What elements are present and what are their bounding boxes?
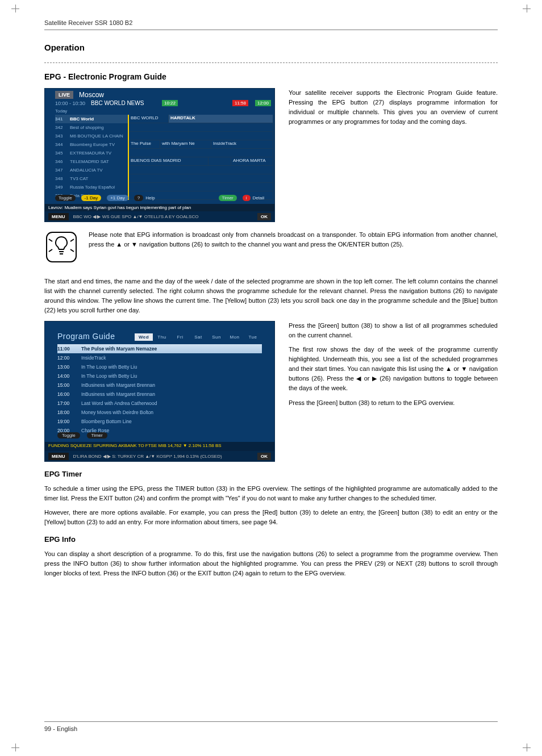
day-tab[interactable]: Sun <box>207 333 226 341</box>
list-item[interactable]: 14:00In The Loop with Betty Liu <box>57 371 262 381</box>
schedule-cell[interactable] <box>209 157 231 166</box>
schedule-cell[interactable]: HARDTALK <box>169 115 273 123</box>
list-time: 18:00 <box>57 410 81 415</box>
menu-chip[interactable]: MENU <box>48 453 69 460</box>
schedule-cell[interactable]: The Pulse <box>129 140 160 149</box>
body-paragraph: The first row shows the day of the week … <box>289 345 498 393</box>
list-time: 12:00 <box>57 355 81 361</box>
channel-row[interactable]: 343M6 BOUTIQUE LA CHAIN <box>55 132 128 140</box>
heading-epg: EPG - Electronic Program Guide <box>44 72 498 81</box>
channel-row[interactable]: 342Best of shopping <box>55 123 128 132</box>
schedule-cell[interactable] <box>129 174 273 183</box>
program-guide-title: Program Guide <box>57 332 115 341</box>
ch-number: 343 <box>55 133 70 139</box>
day-tab[interactable]: Wed <box>135 333 153 341</box>
schedule-cell[interactable] <box>129 166 273 174</box>
remote-help-bar: MENU BBC WO ◀/▶ WS GUE SPO ▲/▼ OTELLI'S … <box>45 211 274 222</box>
list-item[interactable]: 18:00Money Moves with Deirdre Bolton <box>57 408 262 417</box>
schedule-cell[interactable]: BBC WORLD <box>129 115 169 123</box>
list-time: 14:00 <box>57 373 81 379</box>
intro-paragraph: Your satellite receiver supports the Ele… <box>289 88 498 127</box>
crop-mark <box>11 744 19 751</box>
list-time: 11:00 <box>57 346 81 352</box>
menu-chip[interactable]: MENU <box>48 213 69 220</box>
footbar-text: D'LIRA BOND ◀/▶ S: TURKEY CR ▲/▼ KOSPI* … <box>73 454 222 459</box>
channel-row[interactable]: 346TELEMADRID SAT <box>55 157 128 166</box>
channel-row[interactable]: 348TV3 CAT <box>55 174 128 183</box>
list-name: In The Loop with Betty Liu <box>81 373 137 379</box>
channel-row[interactable]: 345EXTREMADURA TV <box>55 149 128 157</box>
help-chip[interactable]: ?Help <box>134 195 155 201</box>
page-footer: 99 - English <box>44 721 498 732</box>
time-range: 10:00 - 10:30 <box>55 101 85 106</box>
ok-chip[interactable]: OK <box>257 213 271 220</box>
toggle-chip[interactable]: Toggle <box>57 432 80 438</box>
list-item[interactable]: 13:00In The Loop with Betty Liu <box>57 362 262 371</box>
ch-name: TELEMADRID SAT <box>70 159 109 164</box>
ch-name: Best of shopping <box>70 125 104 130</box>
schedule-cell[interactable] <box>129 149 273 157</box>
channel-title: Moscow <box>79 91 104 99</box>
schedule-cell[interactable]: BUENOS DIAS MADRID <box>129 157 209 166</box>
end-time-pill: 12:00 <box>255 100 271 106</box>
schedule-cell[interactable] <box>129 132 273 140</box>
schedule-cell[interactable] <box>129 183 273 191</box>
crop-mark <box>523 744 531 751</box>
svg-line-6 <box>70 249 74 252</box>
list-item[interactable]: 12:00InsideTrack <box>57 353 262 362</box>
programme-list[interactable]: 11:00The Pulse with Maryam Nemazee 12:00… <box>45 344 274 435</box>
channel-list[interactable]: 341BBC World 342Best of shopping 343M6 B… <box>55 115 128 200</box>
list-name: In The Loop with Betty Liu <box>81 364 137 370</box>
note-paragraph: Please note that EPG information is broa… <box>89 230 498 249</box>
day-tab[interactable]: Mon <box>226 333 244 341</box>
channel-row[interactable]: 344Bloomberg Europe TV <box>55 140 128 149</box>
day-tab[interactable]: Sat <box>189 333 207 341</box>
ch-name: TV3 CAT <box>70 176 88 181</box>
heading-operation: Operation <box>44 43 498 52</box>
list-name: Last Word with Andrea Catherwood <box>81 400 157 406</box>
day-tabs[interactable]: Wed Thu Fri Sat Sun Mon Tue <box>135 333 262 341</box>
list-item[interactable]: 16:00InBusiness with Margaret Brennan <box>57 390 262 399</box>
ch-number: 342 <box>55 125 70 130</box>
today-label: Today <box>45 108 274 115</box>
body-paragraph: To schedule a timer using the EPG, press… <box>44 484 498 503</box>
day-tab[interactable]: Tue <box>244 333 262 341</box>
plus-day-chip[interactable]: +1 Day <box>107 195 128 201</box>
schedule-cell[interactable] <box>129 123 273 132</box>
chip-label: Help <box>145 195 155 201</box>
schedule-cell[interactable]: AHORA MARTA <box>231 157 273 166</box>
channel-row[interactable]: 349Russia Today Español <box>55 183 128 191</box>
schedule-cell[interactable]: InsideTrack <box>211 140 273 149</box>
program-guide-window: Program Guide Wed Thu Fri Sat Sun Mon Tu… <box>44 321 275 462</box>
list-time: 13:00 <box>57 364 81 370</box>
list-time: 16:00 <box>57 391 81 397</box>
ok-chip[interactable]: OK <box>257 453 271 460</box>
list-item[interactable]: 17:00Last Word with Andrea Catherwood <box>57 399 262 408</box>
list-time: 15:00 <box>57 382 81 388</box>
timer-chip[interactable]: Timer <box>87 432 107 438</box>
list-item[interactable]: 15:00InBusiness with Margaret Brennan <box>57 381 262 390</box>
svg-line-4 <box>70 239 74 241</box>
minus-day-chip[interactable]: -1 Day <box>81 195 102 201</box>
live-badge: LIVE <box>55 91 73 99</box>
body-paragraph: Press the [Green] button (38) to show a … <box>289 321 498 340</box>
timer-chip[interactable]: Timer <box>219 195 237 201</box>
channel-row[interactable]: 341BBC World <box>55 115 128 123</box>
news-ticker: FUNDING SQUEEZE SPURRING AKBANK TO FTSE … <box>45 442 274 451</box>
list-item[interactable]: 19:00Bloomberg Bottom Line <box>57 417 262 426</box>
day-tab[interactable]: Fri <box>171 333 189 341</box>
crop-mark <box>11 5 19 12</box>
ch-number: 348 <box>55 176 70 181</box>
list-item[interactable]: 11:00The Pulse with Maryam Nemazee <box>57 344 262 353</box>
schedule-cell[interactable]: with Maryam Ne <box>160 140 211 149</box>
current-time-pill: 10:22 <box>162 100 178 106</box>
divider <box>44 62 498 63</box>
schedule-grid[interactable]: BBC WORLD HARDTALK The Pulse with Maryam… <box>128 115 273 200</box>
ch-name: ANDALUCIA TV <box>70 168 103 173</box>
detail-chip[interactable]: iDetail <box>243 195 264 201</box>
toggle-chip[interactable]: Toggle <box>55 195 76 201</box>
channel-row[interactable]: 347ANDALUCIA TV <box>55 166 128 174</box>
day-tab[interactable]: Thu <box>153 333 171 341</box>
epg-overview-window: LIVE Moscow 10:00 - 10:30 BBC WORLD NEWS… <box>44 88 275 222</box>
epg-toolbar: Toggle -1 Day +1 Day ?Help Timer iDetail <box>45 195 274 201</box>
